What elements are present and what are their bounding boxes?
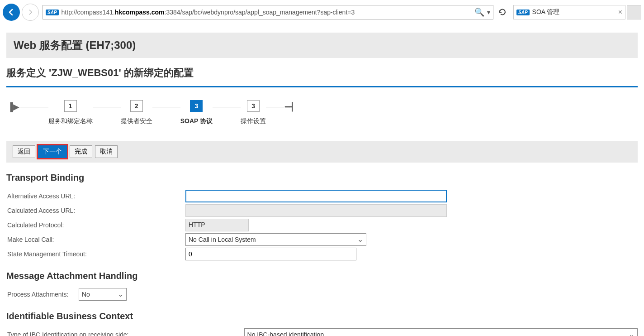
- ibc-section: Identifiable Business Context Type of IB…: [0, 311, 644, 336]
- browser-toolbar: SAP http://compass141.hkcompass.com:3384…: [0, 0, 644, 24]
- wizard-step-2[interactable]: 2 提供者安全: [121, 100, 152, 125]
- wizard-roadmap: ▐▶ 1 服务和绑定名称 2 提供者安全 3 SOAP 协议 3 操作设置 ━┫: [0, 87, 644, 129]
- step-number: 2: [130, 100, 143, 112]
- page-title: Web 服务配置 (EH7;300): [6, 33, 638, 58]
- roadmap-connector: [20, 107, 48, 107]
- close-tab-icon[interactable]: ×: [618, 8, 622, 16]
- step-label: SOAP 协议: [180, 117, 213, 125]
- ibc-type-select[interactable]: No IBC-based identification: [244, 328, 638, 336]
- transport-binding-section: Transport Binding Alternative Access URL…: [0, 173, 644, 261]
- search-icon[interactable]: 🔍: [474, 7, 484, 17]
- new-tab-button[interactable]: [627, 5, 641, 19]
- local-call-select[interactable]: No Call in Local System: [185, 233, 366, 246]
- wizard-step-3[interactable]: 3 SOAP 协议: [180, 100, 213, 125]
- refresh-icon: [498, 8, 507, 17]
- refresh-button[interactable]: [495, 5, 510, 19]
- ibc-type-label: Type of IBC Identification on receiving …: [6, 331, 244, 336]
- arrow-left-icon: [7, 8, 16, 17]
- dropdown-icon[interactable]: ▾: [487, 9, 490, 16]
- cancel-button[interactable]: 取消: [95, 145, 118, 158]
- calc-protocol-label: Calculated Protocol:: [6, 221, 185, 229]
- step-number: 1: [64, 100, 77, 112]
- alt-access-url-label: Alternative Access URL:: [6, 192, 185, 200]
- calc-access-url-label: Calculated Access URL:: [6, 207, 185, 214]
- sap-favicon-icon: SAP: [46, 10, 59, 15]
- roadmap-connector: [93, 107, 121, 107]
- step-label: 提供者安全: [121, 117, 152, 125]
- alt-access-url-input[interactable]: [185, 190, 447, 202]
- roadmap-start-icon: ▐▶: [6, 102, 20, 112]
- address-bar[interactable]: SAP http://compass141.hkcompass.com:3384…: [43, 5, 493, 19]
- roadmap-end-icon: ━┫: [284, 102, 296, 112]
- wizard-step-1[interactable]: 1 服务和绑定名称: [48, 100, 93, 125]
- tab-title: SOA 管理: [532, 8, 616, 16]
- section-heading: Transport Binding: [6, 173, 638, 183]
- finish-button[interactable]: 完成: [70, 145, 92, 158]
- roadmap-connector: [266, 107, 284, 107]
- process-attachments-label: Process Attachments:: [6, 291, 79, 298]
- wizard-step-4[interactable]: 3 操作设置: [241, 100, 266, 125]
- step-label: 服务和绑定名称: [48, 117, 93, 125]
- next-button[interactable]: 下一个: [38, 145, 67, 158]
- timeout-label: State Management Timeout:: [6, 250, 185, 258]
- step-number: 3: [247, 100, 260, 112]
- arrow-right-icon: [27, 9, 34, 16]
- browser-tab[interactable]: SAP SOA 管理 ×: [513, 5, 625, 19]
- browser-back-button[interactable]: [3, 4, 20, 21]
- sap-favicon-icon: SAP: [516, 10, 530, 15]
- page-subtitle: 服务定义 'ZJW_WEBS01' 的新绑定的配置: [0, 58, 644, 86]
- back-button[interactable]: 返回: [13, 145, 35, 158]
- timeout-input[interactable]: [185, 248, 356, 260]
- section-heading: Message Attachment Handling: [6, 271, 638, 281]
- step-number: 3: [190, 100, 203, 112]
- action-toolbar: 返回 下一个 完成 取消: [6, 141, 638, 163]
- calc-access-url-field: [185, 204, 447, 217]
- local-call-label: Make Local Call:: [6, 236, 185, 243]
- browser-forward-button[interactable]: [22, 4, 39, 21]
- process-attachments-select[interactable]: No: [79, 288, 127, 301]
- attachment-section: Message Attachment Handling Process Atta…: [0, 271, 644, 301]
- step-label: 操作设置: [241, 117, 266, 125]
- calc-protocol-field: HTTP: [185, 219, 249, 231]
- url-text: http://compass141.hkcompass.com:3384/sap…: [62, 9, 472, 16]
- roadmap-connector: [152, 107, 180, 107]
- section-heading: Identifiable Business Context: [6, 311, 638, 322]
- roadmap-connector: [213, 107, 241, 107]
